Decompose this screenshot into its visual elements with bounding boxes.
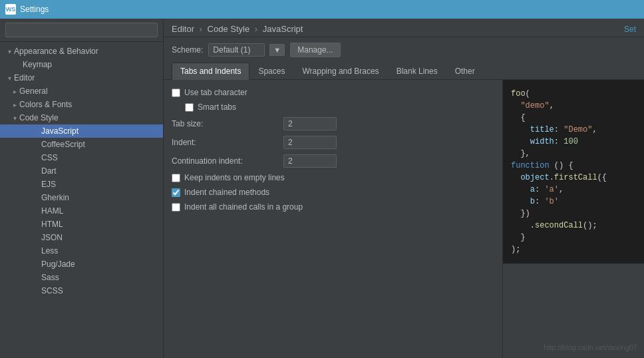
sidebar-item-dart[interactable]: Dart	[0, 164, 163, 178]
sidebar-item-label: HTML	[41, 220, 63, 229]
search-input[interactable]	[5, 23, 158, 37]
tab-spaces[interactable]: Spaces	[249, 63, 293, 80]
sidebar-item-label: SCSS	[41, 286, 63, 295]
indent-all-chained-checkbox[interactable]	[172, 203, 180, 212]
sidebar: ▾Appearance & BehaviorKeymap▾Editor▸Gene…	[0, 19, 164, 358]
sidebar-item-sass[interactable]: Sass	[0, 271, 163, 284]
indent-chained-methods-text: Indent chained methods	[184, 188, 269, 197]
sidebar-item-gherkin[interactable]: Gherkin	[0, 191, 163, 204]
continuation-indent-row: Continuation indent:	[172, 154, 494, 168]
breadcrumb: Editor › Code Style › JavaScript Set	[164, 19, 644, 37]
breadcrumb-path: Editor › Code Style › JavaScript	[172, 24, 303, 34]
content-area: Editor › Code Style › JavaScript Set Sch…	[164, 19, 644, 358]
sidebar-item-scss[interactable]: SCSS	[0, 284, 163, 297]
set-link[interactable]: Set	[624, 25, 636, 34]
sidebar-item-ejs[interactable]: EJS	[0, 178, 163, 191]
code-preview-wrapper: foo( "demo", { title: "Demo", width: 100…	[503, 80, 644, 358]
use-tab-character-checkbox[interactable]	[172, 89, 180, 97]
search-box	[0, 19, 163, 42]
sidebar-item-label: EJS	[41, 180, 56, 189]
indent-all-chained-row: Indent all chained calls in a group	[172, 202, 494, 212]
scheme-row: Scheme: Default (1) ▼ Manage...	[164, 37, 644, 63]
watermark: http://blog.csdn.net/dexing07	[544, 343, 637, 351]
sidebar-section: ▾Appearance & BehaviorKeymap▾Editor▸Gene…	[0, 42, 163, 300]
sidebar-item-json[interactable]: JSON	[0, 231, 163, 244]
tabs-bar: Tabs and Indents Spaces Wrapping and Bra…	[164, 63, 644, 80]
arrow-right-icon: ▸	[13, 88, 17, 95]
tab-size-input[interactable]	[283, 117, 337, 130]
keep-indents-checkbox[interactable]	[172, 174, 180, 182]
manage-button[interactable]: Manage...	[290, 43, 340, 57]
indent-row: Indent:	[172, 136, 494, 149]
indent-all-chained-label[interactable]: Indent all chained calls in a group	[172, 202, 303, 212]
breadcrumb-editor: Editor	[172, 24, 194, 34]
indent-chained-methods-label[interactable]: Indent chained methods	[172, 188, 269, 197]
sidebar-item-label: CoffeeScript	[41, 140, 85, 149]
sidebar-item-appearance-behavior[interactable]: ▾Appearance & Behavior	[0, 45, 163, 58]
use-tab-character-label[interactable]: Use tab character	[172, 88, 247, 97]
breadcrumb-code-style: Code Style	[208, 24, 250, 34]
keep-indents-label[interactable]: Keep indents on empty lines	[172, 173, 285, 182]
sidebar-item-label: Code Style	[19, 113, 59, 122]
options-panel: Use tab character Smart tabs Tab size: I…	[164, 80, 503, 358]
app-icon: WS	[5, 4, 16, 15]
scheme-label: Scheme:	[172, 45, 203, 55]
sidebar-item-label: Colors & Fonts	[19, 100, 72, 109]
sidebar-item-haml[interactable]: HAML	[0, 204, 163, 218]
sidebar-item-label: Sass	[41, 273, 59, 282]
scheme-arrow-button[interactable]: ▼	[269, 44, 285, 56]
tab-blank-lines[interactable]: Blank Lines	[388, 63, 446, 80]
breadcrumb-javascript: JavaScript	[263, 24, 303, 34]
smart-tabs-row: Smart tabs	[185, 102, 494, 112]
sidebar-item-label: Appearance & Behavior	[14, 47, 98, 56]
indent-all-chained-text: Indent all chained calls in a group	[184, 202, 303, 212]
sidebar-item-label: Gherkin	[41, 193, 69, 202]
sidebar-item-javascript[interactable]: JavaScript	[0, 124, 163, 138]
tab-other[interactable]: Other	[446, 63, 484, 80]
main-layout: ▾Appearance & BehaviorKeymap▾Editor▸Gene…	[0, 19, 644, 358]
sidebar-item-editor[interactable]: ▾Editor	[0, 71, 163, 85]
tab-content: Use tab character Smart tabs Tab size: I…	[164, 80, 644, 358]
use-tab-character-row: Use tab character	[172, 88, 494, 97]
sidebar-item-html[interactable]: HTML	[0, 218, 163, 231]
sidebar-item-label: JavaScript	[41, 126, 79, 136]
sidebar-item-label: JSON	[41, 233, 63, 242]
code-preview: foo( "demo", { title: "Demo", width: 100…	[503, 80, 644, 264]
scheme-select[interactable]: Default (1)	[208, 43, 265, 57]
sidebar-item-less[interactable]: Less	[0, 244, 163, 258]
arrow-down-icon: ▾	[8, 48, 11, 55]
sidebar-item-colors-fonts[interactable]: ▸Colors & Fonts	[0, 98, 163, 111]
smart-tabs-checkbox[interactable]	[185, 103, 194, 112]
indent-chained-methods-checkbox[interactable]	[172, 188, 180, 197]
tab-tabs-and-indents[interactable]: Tabs and Indents	[172, 63, 249, 80]
sidebar-item-general[interactable]: ▸General	[0, 85, 163, 98]
sidebar-item-label: Pug/Jade	[41, 260, 75, 269]
continuation-indent-input[interactable]	[283, 154, 337, 168]
tab-size-label: Tab size:	[172, 119, 278, 128]
keep-indents-text: Keep indents on empty lines	[184, 173, 285, 182]
indent-label: Indent:	[172, 138, 278, 147]
sidebar-item-keymap[interactable]: Keymap	[0, 58, 163, 71]
sidebar-item-label: Editor	[14, 73, 35, 83]
arrow-down-icon: ▾	[8, 75, 11, 82]
title-text: Settings	[20, 5, 49, 14]
sidebar-item-pug-jade[interactable]: Pug/Jade	[0, 258, 163, 271]
use-tab-character-text: Use tab character	[184, 88, 247, 97]
sidebar-item-code-style[interactable]: ▾Code Style	[0, 111, 163, 124]
arrow-down-icon: ▾	[13, 114, 17, 122]
keep-indents-row: Keep indents on empty lines	[172, 173, 494, 182]
sidebar-item-coffeescript[interactable]: CoffeeScript	[0, 138, 163, 151]
smart-tabs-label[interactable]: Smart tabs	[185, 102, 236, 112]
sidebar-item-label: HAML	[41, 206, 63, 216]
indent-chained-methods-row: Indent chained methods	[172, 188, 494, 197]
tab-wrapping-and-braces[interactable]: Wrapping and Braces	[293, 63, 387, 80]
sidebar-item-css[interactable]: CSS	[0, 151, 163, 164]
scheme-dropdown-wrapper: Default (1)	[208, 43, 265, 57]
sidebar-item-label: General	[19, 87, 48, 96]
smart-tabs-text: Smart tabs	[198, 102, 236, 112]
sidebar-item-label: CSS	[41, 153, 58, 162]
sidebar-item-label: Dart	[41, 166, 57, 176]
indent-input[interactable]	[283, 136, 337, 149]
arrow-right-icon: ▸	[13, 101, 17, 108]
tab-size-row: Tab size:	[172, 117, 494, 130]
